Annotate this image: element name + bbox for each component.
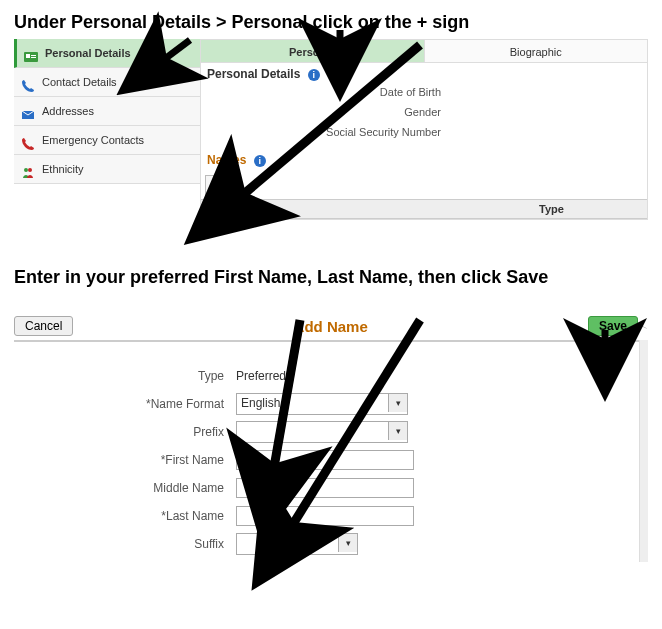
- add-name-button[interactable]: +: [205, 175, 233, 199]
- label-first-name: *First Name: [14, 453, 236, 467]
- sidebar-item-label: Addresses: [42, 105, 94, 117]
- svg-rect-3: [31, 57, 36, 58]
- field-label-dob: Date of Birth: [201, 86, 449, 98]
- label-last-name: *Last Name: [14, 509, 236, 523]
- sidebar-item-label: Ethnicity: [42, 163, 84, 175]
- name-format-value: English: [241, 396, 280, 410]
- info-icon[interactable]: i: [254, 155, 266, 167]
- svg-point-6: [28, 168, 32, 172]
- emergency-icon: [21, 133, 35, 147]
- id-card-icon: [24, 46, 38, 60]
- grid-col-type: Type: [533, 200, 647, 218]
- phone-icon: [21, 75, 35, 89]
- names-grid-header: Name Type: [201, 199, 647, 219]
- field-label-ssn: Social Security Number: [201, 126, 449, 138]
- label-middle-name: Middle Name: [14, 481, 236, 495]
- scroll-up-icon[interactable]: ︿: [638, 319, 648, 333]
- instruction-step2: Enter in your preferred First Name, Last…: [0, 255, 662, 294]
- svg-rect-1: [26, 54, 30, 58]
- prefix-select[interactable]: ▾: [236, 421, 408, 443]
- add-name-form: Type Preferred *Name Format English ▾ Pr…: [14, 362, 648, 558]
- sidebar-item-ethnicity[interactable]: Ethnicity: [14, 155, 200, 184]
- names-heading: Names i: [201, 143, 647, 171]
- last-name-input[interactable]: [236, 506, 414, 526]
- personal-panel: Personal Details i Date of Birth Gender …: [200, 63, 648, 220]
- label-type: Type: [14, 369, 236, 383]
- sidebar-item-label: Personal Details: [45, 47, 131, 59]
- save-button[interactable]: Save: [588, 316, 638, 336]
- screenshot-personal-details: Personal Details Contact Details Address…: [14, 39, 648, 219]
- plus-icon: +: [215, 179, 224, 196]
- tab-biographic[interactable]: Biographic: [425, 39, 649, 63]
- mail-icon: [21, 104, 35, 118]
- grid-col-name: Name: [201, 200, 533, 218]
- value-type: Preferred: [236, 369, 286, 383]
- first-name-input[interactable]: [236, 450, 414, 470]
- people-icon: [21, 162, 35, 176]
- suffix-select[interactable]: ▾: [236, 533, 358, 555]
- cancel-button[interactable]: Cancel: [14, 316, 73, 336]
- chevron-down-icon: ▾: [338, 534, 357, 552]
- sidebar-item-emergency-contacts[interactable]: Emergency Contacts: [14, 126, 200, 155]
- instruction-step1: Under Personal Details > Personal click …: [0, 0, 662, 39]
- names-heading-text: Names: [207, 153, 246, 167]
- dialog-header: Cancel Add Name Save ︿: [14, 312, 648, 342]
- scrollbar[interactable]: [639, 340, 648, 562]
- label-suffix: Suffix: [14, 537, 236, 551]
- panel-heading-text: Personal Details: [207, 67, 300, 81]
- label-prefix: Prefix: [14, 425, 236, 439]
- sidebar-item-personal-details[interactable]: Personal Details: [14, 39, 200, 68]
- panel-heading: Personal Details i: [201, 63, 647, 81]
- dialog-title: Add Name: [73, 318, 588, 335]
- label-name-format: *Name Format: [14, 397, 236, 411]
- svg-point-5: [24, 168, 28, 172]
- sidebar-item-contact-details[interactable]: Contact Details: [14, 68, 200, 97]
- chevron-down-icon: ▾: [388, 394, 407, 412]
- tab-bar: Personal Biographic: [200, 39, 648, 63]
- sidebar-item-addresses[interactable]: Addresses: [14, 97, 200, 126]
- middle-name-input[interactable]: [236, 478, 414, 498]
- screenshot-add-name: Cancel Add Name Save ︿ Type Preferred *N…: [14, 312, 648, 562]
- sidebar-item-label: Emergency Contacts: [42, 134, 144, 146]
- tab-personal[interactable]: Personal: [200, 39, 425, 63]
- name-format-select[interactable]: English ▾: [236, 393, 408, 415]
- field-label-gender: Gender: [201, 106, 449, 118]
- svg-rect-2: [31, 55, 36, 56]
- sidebar: Personal Details Contact Details Address…: [14, 39, 200, 184]
- info-icon[interactable]: i: [308, 69, 320, 81]
- chevron-down-icon: ▾: [388, 422, 407, 440]
- sidebar-item-label: Contact Details: [42, 76, 117, 88]
